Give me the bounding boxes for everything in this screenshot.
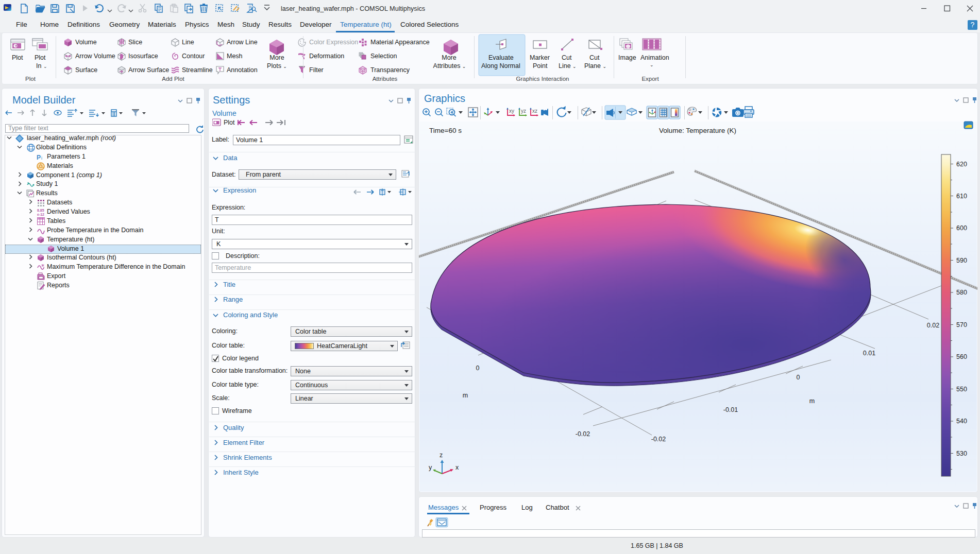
svg-text:0: 0	[797, 374, 800, 381]
svg-text:580: 580	[956, 289, 967, 296]
svg-text:-0.02: -0.02	[576, 430, 590, 438]
svg-text:-0.02: -0.02	[651, 436, 666, 443]
svg-text:590: 590	[956, 257, 967, 264]
svg-text:560: 560	[956, 353, 967, 360]
svg-text:y: y	[429, 464, 432, 471]
svg-text:Volume: Temperature (K): Volume: Temperature (K)	[659, 127, 736, 134]
svg-text:0.02: 0.02	[927, 322, 939, 329]
svg-text:0.01: 0.01	[863, 350, 875, 357]
svg-text:600: 600	[956, 224, 967, 232]
svg-text:xz: xz	[532, 108, 537, 114]
svg-text:m: m	[463, 392, 468, 399]
svg-text:570: 570	[956, 321, 967, 328]
svg-text:540: 540	[956, 418, 967, 425]
svg-text:620: 620	[956, 161, 967, 168]
svg-text:e-12: e-12	[37, 213, 44, 216]
svg-text:yz: yz	[521, 108, 526, 114]
svg-text:530: 530	[956, 450, 967, 457]
svg-text:Plot: Plot	[224, 119, 235, 126]
svg-text:Graphics: Graphics	[424, 93, 465, 104]
svg-text:610: 610	[956, 193, 967, 200]
svg-text:m: m	[809, 397, 815, 405]
svg-text:P: P	[37, 154, 41, 161]
svg-text:Time=60 s: Time=60 s	[429, 127, 462, 134]
svg-text:i: i	[41, 155, 42, 161]
svg-text:x: x	[455, 464, 459, 471]
svg-text:-0.01: -0.01	[723, 406, 738, 413]
svg-text:8.85: 8.85	[37, 209, 44, 212]
svg-text:z: z	[440, 452, 443, 459]
svg-text:550: 550	[956, 386, 967, 393]
svg-text:laser_heating_wafer.mph - COMS: laser_heating_wafer.mph - COMSOL Multiph…	[281, 5, 425, 12]
svg-text:0: 0	[476, 365, 480, 372]
svg-text:xy: xy	[509, 108, 514, 114]
